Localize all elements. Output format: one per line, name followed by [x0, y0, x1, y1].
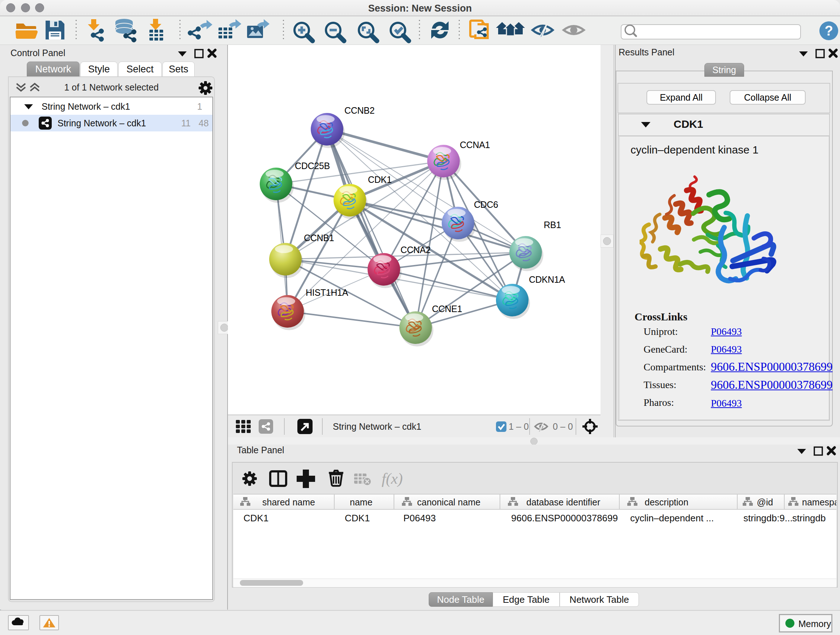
svg-text:name: name — [350, 497, 373, 507]
svg-text:stringdb: stringdb — [792, 513, 826, 524]
svg-text:CCNA1: CCNA1 — [460, 140, 490, 150]
svg-text:9606.ENSP00000378699: 9606.ENSP00000378699 — [511, 513, 618, 524]
svg-text:0 – 0: 0 – 0 — [553, 421, 573, 432]
svg-text:@id: @id — [757, 497, 773, 507]
svg-text:CDKN1A: CDKN1A — [529, 274, 565, 285]
svg-text:cyclin–dependent ...: cyclin–dependent ... — [630, 513, 714, 524]
svg-text:CDC25B: CDC25B — [295, 161, 330, 171]
svg-text:CCNB2: CCNB2 — [344, 105, 374, 116]
svg-text:HIST1H1A: HIST1H1A — [306, 287, 348, 298]
svg-text:database identifier: database identifier — [526, 497, 600, 507]
svg-text:CDK1: CDK1 — [368, 174, 392, 185]
svg-text:f(x): f(x) — [382, 470, 403, 487]
svg-text:CCNA2: CCNA2 — [401, 245, 431, 255]
svg-text:CDC6: CDC6 — [474, 200, 498, 210]
svg-text:?: ? — [824, 23, 833, 38]
svg-text:1 – 0: 1 – 0 — [508, 421, 529, 432]
svg-text:description: description — [645, 497, 688, 507]
svg-text:namespac: namespac — [802, 497, 836, 507]
svg-text:stringdb:9...: stringdb:9... — [744, 513, 793, 524]
svg-text:canonical name: canonical name — [417, 497, 480, 507]
svg-text:CDK1: CDK1 — [345, 513, 370, 524]
svg-text:shared name: shared name — [262, 497, 315, 507]
svg-text:CCNE1: CCNE1 — [432, 304, 462, 314]
svg-text:CDK1: CDK1 — [243, 513, 268, 524]
svg-text:CCNB1: CCNB1 — [304, 233, 334, 243]
svg-text:String Network – cdk1: String Network – cdk1 — [333, 421, 422, 432]
svg-text:P06493: P06493 — [403, 513, 436, 524]
svg-text:RB1: RB1 — [544, 220, 561, 230]
